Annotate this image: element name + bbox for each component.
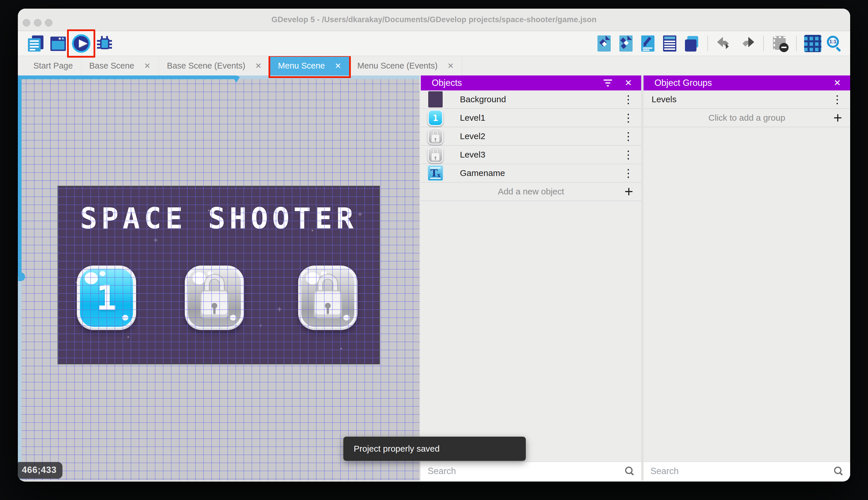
tab-close-icon[interactable]: ✕ [335, 61, 341, 70]
tab-start-page[interactable]: Start Page [25, 56, 81, 76]
tab-label: Base Scene [89, 61, 134, 70]
level1-thumbnail: 1 [428, 110, 443, 126]
toolbar-separator [707, 36, 708, 51]
horizontal-scroll-indicator[interactable] [18, 76, 420, 79]
redo-icon[interactable] [738, 35, 756, 52]
zoom-one-to-one-icon[interactable]: 1:1 [826, 35, 843, 52]
text-object-thumbnail: Tx [428, 165, 443, 181]
level1-digit: 1 [80, 269, 133, 327]
group-row-levels[interactable]: Levels ⋮ [644, 90, 850, 109]
tab-close-icon[interactable]: ✕ [144, 61, 151, 70]
tab-base-scene[interactable]: Base Scene ✕ [81, 56, 159, 76]
project-manager-icon[interactable] [27, 35, 45, 52]
open-instances-list-icon[interactable] [661, 35, 678, 52]
grid-icon[interactable] [804, 35, 821, 52]
group-name: Levels [652, 94, 677, 104]
groups-panel-header: Object Groups ✕ [644, 76, 850, 90]
objects-search-input[interactable] [421, 466, 641, 476]
object-menu-icon[interactable]: ⋮ [623, 168, 634, 179]
add-new-object-row[interactable]: Add a new object + [421, 183, 641, 201]
objects-panel: Objects ✕ Background ⋮ 1 Level1 [421, 76, 641, 480]
window-title: GDevelop 5 - /Users/dkarakay/Documents/G… [18, 9, 850, 31]
close-panel-icon[interactable]: ✕ [832, 78, 843, 88]
toolbar-separator [796, 36, 797, 51]
scene-editor-canvas[interactable]: SPACE SHOOTER + + + + 1 [18, 76, 420, 480]
title-bar: GDevelop 5 - /Users/dkarakay/Documents/G… [18, 9, 850, 31]
groups-panel-title: Object Groups [655, 78, 832, 88]
object-groups-panel: Object Groups ✕ Levels ⋮ Click to add a … [644, 76, 850, 480]
tab-label: Menu Scene [278, 61, 325, 70]
object-row-background[interactable]: Background ⋮ [421, 90, 641, 109]
tab-menu-scene-events[interactable]: Menu Scene (Events) ✕ [349, 56, 462, 76]
vertical-scroll-marker[interactable] [18, 272, 25, 281]
lock-icon [197, 274, 232, 318]
open-objects-panel-icon[interactable] [595, 35, 612, 52]
open-object-groups-icon[interactable] [617, 35, 634, 52]
object-menu-icon[interactable]: ⋮ [623, 131, 634, 142]
open-properties-icon[interactable] [639, 35, 656, 52]
object-name: Level2 [460, 131, 485, 141]
object-name: Background [460, 94, 506, 104]
editor-tab-bar: Start Page Base Scene ✕ Base Scene (Even… [18, 56, 850, 76]
objects-panel-title: Objects [432, 78, 603, 88]
search-icon [625, 467, 633, 474]
object-row-level1[interactable]: 1 Level1 ⋮ [421, 109, 641, 127]
add-new-object-label: Add a new object [498, 186, 564, 196]
background-thumbnail [428, 91, 443, 107]
groups-panel-empty-area [644, 127, 850, 462]
tab-base-scene-events[interactable]: Base Scene (Events) ✕ [159, 56, 270, 76]
toast-message: Project properly saved [354, 444, 439, 454]
objects-panel-header: Objects ✕ [421, 76, 641, 90]
object-name: Level3 [460, 150, 485, 160]
add-group-row[interactable]: Click to add a group + [644, 109, 850, 127]
tab-menu-scene[interactable]: Menu Scene ✕ [270, 56, 349, 76]
debugger-icon[interactable] [96, 35, 113, 52]
scene-background-instance[interactable]: SPACE SHOOTER + + + + 1 [58, 186, 379, 363]
search-icon [834, 467, 842, 474]
level1-button-instance[interactable]: 1 [77, 265, 136, 330]
open-layers-icon[interactable] [683, 35, 700, 52]
groups-search-row [644, 462, 850, 480]
vertical-scroll-indicator[interactable] [18, 76, 22, 480]
object-menu-icon[interactable]: ⋮ [623, 94, 634, 105]
level2-button-instance[interactable] [185, 265, 244, 330]
main-toolbar: 1:1 [18, 31, 850, 56]
horizontal-scroll-marker[interactable] [232, 76, 241, 83]
level3-button-instance[interactable] [298, 265, 357, 330]
undo-icon[interactable] [715, 35, 733, 52]
macos-maximize-button[interactable] [45, 19, 52, 26]
panel-divider [641, 76, 644, 480]
play-icon [72, 34, 90, 53]
group-menu-icon[interactable]: ⋮ [832, 94, 843, 105]
macos-close-button[interactable] [23, 19, 30, 26]
gdevelop-window: GDevelop 5 - /Users/dkarakay/Documents/G… [18, 9, 850, 481]
macos-minimize-button[interactable] [34, 19, 42, 26]
object-row-gamename[interactable]: Tx Gamename ⋮ [421, 164, 641, 183]
level2-thumbnail [428, 128, 443, 145]
objects-panel-empty-area [421, 201, 641, 462]
object-menu-icon[interactable]: ⋮ [623, 149, 634, 160]
tab-label: Base Scene (Events) [167, 61, 245, 70]
objects-search-row [421, 462, 641, 480]
object-name: Level1 [460, 113, 485, 123]
object-menu-icon[interactable]: ⋮ [623, 112, 634, 123]
scene-title-text[interactable]: SPACE SHOOTER [58, 202, 379, 235]
groups-search-input[interactable] [644, 466, 850, 476]
object-name: Gamename [460, 168, 505, 178]
add-group-label: Click to add a group [708, 113, 785, 123]
object-row-level3[interactable]: Level3 ⋮ [421, 146, 641, 164]
cursor-coordinates-badge: 466;433 [18, 462, 62, 479]
remove-instances-icon[interactable] [771, 35, 788, 52]
save-toast: Project properly saved [343, 436, 526, 461]
toolbar-separator [763, 36, 764, 51]
tab-close-icon[interactable]: ✕ [255, 61, 262, 70]
lock-icon [310, 274, 345, 318]
play-preview-button[interactable] [71, 33, 91, 54]
tab-close-icon[interactable]: ✕ [447, 61, 454, 70]
object-row-level2[interactable]: Level2 ⋮ [421, 127, 641, 146]
filter-icon[interactable] [603, 79, 613, 87]
tab-label: Menu Scene (Events) [357, 61, 438, 70]
tab-label: Start Page [33, 61, 73, 70]
close-panel-icon[interactable]: ✕ [623, 78, 634, 88]
preview-window-icon[interactable] [49, 35, 67, 52]
